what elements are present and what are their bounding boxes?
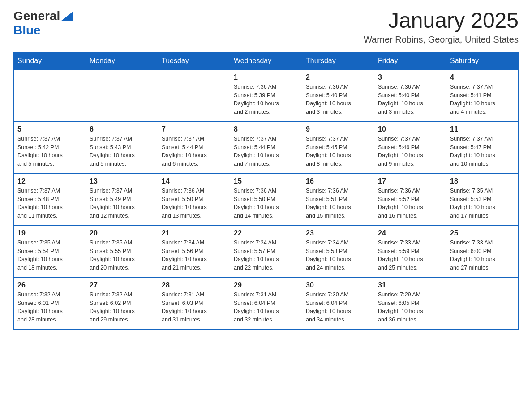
week-row-3: 12Sunrise: 7:37 AM Sunset: 5:48 PM Dayli… bbox=[14, 173, 519, 225]
day-number: 8 bbox=[234, 125, 298, 133]
calendar-cell bbox=[158, 69, 230, 121]
calendar-cell: 31Sunrise: 7:29 AM Sunset: 6:05 PM Dayli… bbox=[374, 277, 446, 329]
day-info: Sunrise: 7:33 AM Sunset: 5:59 PM Dayligh… bbox=[378, 239, 442, 272]
calendar-cell: 17Sunrise: 7:36 AM Sunset: 5:52 PM Dayli… bbox=[374, 173, 446, 225]
day-info: Sunrise: 7:37 AM Sunset: 5:47 PM Dayligh… bbox=[450, 135, 515, 168]
day-number: 17 bbox=[378, 177, 442, 185]
day-info: Sunrise: 7:34 AM Sunset: 5:57 PM Dayligh… bbox=[234, 239, 298, 272]
day-info: Sunrise: 7:35 AM Sunset: 5:55 PM Dayligh… bbox=[90, 239, 154, 272]
day-info: Sunrise: 7:34 AM Sunset: 5:56 PM Dayligh… bbox=[162, 239, 226, 272]
calendar-cell bbox=[446, 277, 519, 329]
day-info: Sunrise: 7:37 AM Sunset: 5:44 PM Dayligh… bbox=[162, 135, 226, 168]
day-number: 30 bbox=[306, 281, 370, 289]
title-area: January 2025 Warner Robins, Georgia, Uni… bbox=[364, 9, 519, 45]
calendar-cell: 1Sunrise: 7:36 AM Sunset: 5:39 PM Daylig… bbox=[230, 69, 302, 121]
calendar-cell: 29Sunrise: 7:31 AM Sunset: 6:04 PM Dayli… bbox=[230, 277, 302, 329]
day-number: 26 bbox=[17, 281, 82, 289]
day-number: 20 bbox=[90, 229, 154, 237]
calendar-cell: 26Sunrise: 7:32 AM Sunset: 6:01 PM Dayli… bbox=[14, 277, 86, 329]
day-info: Sunrise: 7:36 AM Sunset: 5:52 PM Dayligh… bbox=[378, 187, 442, 220]
day-info: Sunrise: 7:35 AM Sunset: 5:54 PM Dayligh… bbox=[17, 239, 82, 272]
calendar-cell: 13Sunrise: 7:37 AM Sunset: 5:49 PM Dayli… bbox=[86, 173, 158, 225]
calendar-cell: 5Sunrise: 7:37 AM Sunset: 5:42 PM Daylig… bbox=[14, 121, 86, 173]
day-number: 11 bbox=[450, 125, 515, 133]
calendar-cell: 2Sunrise: 7:36 AM Sunset: 5:40 PM Daylig… bbox=[302, 69, 374, 121]
day-number: 15 bbox=[234, 177, 298, 185]
day-info: Sunrise: 7:35 AM Sunset: 5:53 PM Dayligh… bbox=[450, 187, 515, 220]
day-info: Sunrise: 7:37 AM Sunset: 5:44 PM Dayligh… bbox=[234, 135, 298, 168]
calendar-cell: 22Sunrise: 7:34 AM Sunset: 5:57 PM Dayli… bbox=[230, 225, 302, 277]
day-info: Sunrise: 7:37 AM Sunset: 5:42 PM Dayligh… bbox=[17, 135, 82, 168]
day-number: 16 bbox=[306, 177, 370, 185]
week-row-1: 1Sunrise: 7:36 AM Sunset: 5:39 PM Daylig… bbox=[14, 69, 519, 121]
weekday-header-monday: Monday bbox=[86, 52, 158, 69]
day-info: Sunrise: 7:37 AM Sunset: 5:41 PM Dayligh… bbox=[450, 83, 515, 116]
day-info: Sunrise: 7:36 AM Sunset: 5:40 PM Dayligh… bbox=[306, 83, 370, 116]
day-number: 5 bbox=[17, 125, 82, 133]
day-info: Sunrise: 7:31 AM Sunset: 6:03 PM Dayligh… bbox=[162, 291, 226, 324]
calendar-cell: 21Sunrise: 7:34 AM Sunset: 5:56 PM Dayli… bbox=[158, 225, 230, 277]
calendar-cell: 19Sunrise: 7:35 AM Sunset: 5:54 PM Dayli… bbox=[14, 225, 86, 277]
day-number: 2 bbox=[306, 73, 370, 81]
day-info: Sunrise: 7:36 AM Sunset: 5:40 PM Dayligh… bbox=[378, 83, 442, 116]
day-number: 25 bbox=[450, 229, 515, 237]
weekday-header-thursday: Thursday bbox=[302, 52, 374, 69]
calendar-cell: 6Sunrise: 7:37 AM Sunset: 5:43 PM Daylig… bbox=[86, 121, 158, 173]
calendar-cell: 4Sunrise: 7:37 AM Sunset: 5:41 PM Daylig… bbox=[446, 69, 519, 121]
day-number: 27 bbox=[90, 281, 154, 289]
calendar-cell: 25Sunrise: 7:33 AM Sunset: 6:00 PM Dayli… bbox=[446, 225, 519, 277]
calendar-cell: 10Sunrise: 7:37 AM Sunset: 5:46 PM Dayli… bbox=[374, 121, 446, 173]
calendar-cell: 9Sunrise: 7:37 AM Sunset: 5:45 PM Daylig… bbox=[302, 121, 374, 173]
day-info: Sunrise: 7:30 AM Sunset: 6:04 PM Dayligh… bbox=[306, 291, 370, 324]
day-info: Sunrise: 7:29 AM Sunset: 6:05 PM Dayligh… bbox=[378, 291, 442, 324]
calendar-table: SundayMondayTuesdayWednesdayThursdayFrid… bbox=[13, 52, 519, 330]
day-number: 10 bbox=[378, 125, 442, 133]
day-number: 22 bbox=[234, 229, 298, 237]
day-number: 6 bbox=[90, 125, 154, 133]
logo: General Blue bbox=[13, 9, 73, 38]
week-row-2: 5Sunrise: 7:37 AM Sunset: 5:42 PM Daylig… bbox=[14, 121, 519, 173]
calendar-cell: 27Sunrise: 7:32 AM Sunset: 6:02 PM Dayli… bbox=[86, 277, 158, 329]
day-number: 29 bbox=[234, 281, 298, 289]
day-info: Sunrise: 7:36 AM Sunset: 5:50 PM Dayligh… bbox=[162, 187, 226, 220]
calendar-cell: 30Sunrise: 7:30 AM Sunset: 6:04 PM Dayli… bbox=[302, 277, 374, 329]
calendar-cell bbox=[14, 69, 86, 121]
day-number: 9 bbox=[306, 125, 370, 133]
day-number: 14 bbox=[162, 177, 226, 185]
calendar-cell: 3Sunrise: 7:36 AM Sunset: 5:40 PM Daylig… bbox=[374, 69, 446, 121]
day-info: Sunrise: 7:36 AM Sunset: 5:39 PM Dayligh… bbox=[234, 83, 298, 116]
calendar-cell bbox=[86, 69, 158, 121]
day-info: Sunrise: 7:37 AM Sunset: 5:46 PM Dayligh… bbox=[378, 135, 442, 168]
location-subtitle: Warner Robins, Georgia, United States bbox=[364, 34, 519, 45]
weekday-header-saturday: Saturday bbox=[446, 52, 519, 69]
logo-blue-text: Blue bbox=[13, 23, 41, 37]
header: General Blue January 2025 Warner Robins,… bbox=[13, 9, 519, 45]
day-info: Sunrise: 7:33 AM Sunset: 6:00 PM Dayligh… bbox=[450, 239, 515, 272]
logo-general-text: General bbox=[13, 9, 60, 23]
calendar-cell: 28Sunrise: 7:31 AM Sunset: 6:03 PM Dayli… bbox=[158, 277, 230, 329]
day-number: 18 bbox=[450, 177, 515, 185]
calendar-cell: 15Sunrise: 7:36 AM Sunset: 5:50 PM Dayli… bbox=[230, 173, 302, 225]
calendar-cell: 24Sunrise: 7:33 AM Sunset: 5:59 PM Dayli… bbox=[374, 225, 446, 277]
day-info: Sunrise: 7:37 AM Sunset: 5:45 PM Dayligh… bbox=[306, 135, 370, 168]
calendar-cell: 14Sunrise: 7:36 AM Sunset: 5:50 PM Dayli… bbox=[158, 173, 230, 225]
calendar-cell: 8Sunrise: 7:37 AM Sunset: 5:44 PM Daylig… bbox=[230, 121, 302, 173]
svg-marker-0 bbox=[61, 11, 73, 21]
day-number: 3 bbox=[378, 73, 442, 81]
calendar-cell: 18Sunrise: 7:35 AM Sunset: 5:53 PM Dayli… bbox=[446, 173, 519, 225]
day-number: 21 bbox=[162, 229, 226, 237]
day-info: Sunrise: 7:32 AM Sunset: 6:01 PM Dayligh… bbox=[17, 291, 82, 324]
day-number: 12 bbox=[17, 177, 82, 185]
day-number: 4 bbox=[450, 73, 515, 81]
day-number: 23 bbox=[306, 229, 370, 237]
day-number: 13 bbox=[90, 177, 154, 185]
weekday-header-tuesday: Tuesday bbox=[158, 52, 230, 69]
day-info: Sunrise: 7:31 AM Sunset: 6:04 PM Dayligh… bbox=[234, 291, 298, 324]
day-number: 28 bbox=[162, 281, 226, 289]
day-info: Sunrise: 7:36 AM Sunset: 5:51 PM Dayligh… bbox=[306, 187, 370, 220]
calendar-cell: 12Sunrise: 7:37 AM Sunset: 5:48 PM Dayli… bbox=[14, 173, 86, 225]
calendar-cell: 23Sunrise: 7:34 AM Sunset: 5:58 PM Dayli… bbox=[302, 225, 374, 277]
calendar-cell: 16Sunrise: 7:36 AM Sunset: 5:51 PM Dayli… bbox=[302, 173, 374, 225]
day-number: 7 bbox=[162, 125, 226, 133]
day-number: 1 bbox=[234, 73, 298, 81]
